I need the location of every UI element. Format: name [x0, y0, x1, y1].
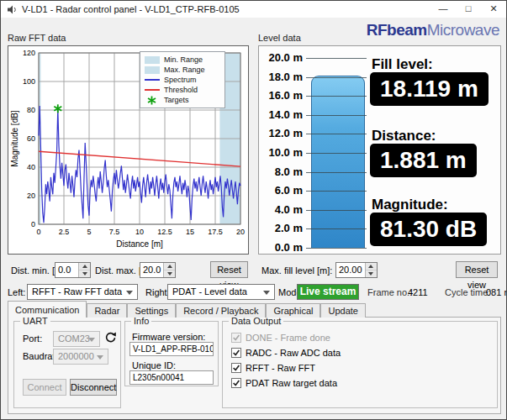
tab-record-playback[interactable]: Record / Playback: [176, 303, 266, 318]
gauge-tick-label: 16.0 m: [261, 89, 303, 102]
legend-item: Targets: [144, 95, 221, 105]
chart-legend: Min. RangeMax. RangeSpectrumThresholdTar…: [140, 51, 225, 108]
level-reset-view-button[interactable]: Reset view: [456, 261, 498, 278]
max-fill-stepper[interactable]: 20.00: [335, 262, 378, 278]
checkbox-icon[interactable]: [231, 348, 241, 358]
data-output-checkbox-row[interactable]: PDAT Raw target data: [231, 377, 337, 389]
legend-item: Threshold: [144, 85, 221, 95]
gauge-tick-line: [306, 77, 367, 78]
checkbox-label: DONE - Frame done: [246, 333, 330, 343]
dist-max-down[interactable]: [164, 270, 175, 277]
cycle-time-label: Cycle time:: [445, 287, 490, 297]
gauge-tick-line: [306, 58, 367, 59]
data-output-groupbox: Data Output DONE - Frame doneRADC - Raw …: [222, 321, 498, 408]
baudrate-combobox: 2000000: [53, 349, 108, 365]
svg-text:15: 15: [186, 228, 194, 236]
dist-max-value[interactable]: 20.0: [140, 263, 163, 277]
unique-id-label: Unique ID:: [132, 360, 176, 370]
legend-item: Max. Range: [144, 65, 221, 75]
disconnect-button[interactable]: Disconnect: [70, 379, 117, 396]
communication-tab-panel: UART Port: COM23 Baudrate: 2000000 Conne…: [8, 317, 501, 414]
dist-min-up[interactable]: [79, 263, 90, 270]
legend-item: Min. Range: [144, 55, 221, 65]
refresh-ports-icon[interactable]: [104, 331, 117, 344]
svg-text:12.5: 12.5: [157, 228, 172, 236]
svg-text:10: 10: [135, 228, 144, 236]
right-combo-label: Right:: [145, 287, 170, 297]
checkbox-icon[interactable]: [231, 363, 241, 373]
svg-text:0: 0: [36, 228, 40, 236]
svg-text:120: 120: [23, 49, 35, 57]
checkbox-label: RFFT - Raw FFT: [246, 363, 315, 373]
svg-text:Distance [m]: Distance [m]: [116, 239, 163, 249]
gauge-tick-line: [306, 96, 367, 97]
checkbox-label: RADC - Raw ADC data: [246, 348, 341, 358]
chevron-down-icon: [97, 355, 103, 360]
legend-label: Targets: [164, 96, 189, 104]
left-data-combobox[interactable]: RFFT - Raw FFT data: [27, 284, 138, 300]
svg-text:80: 80: [27, 106, 35, 114]
range-swatch-icon: [144, 66, 160, 74]
mode-status-badge: Live stream: [297, 284, 359, 300]
gauge-tick-label: 14.0 m: [261, 108, 303, 121]
tab-radar[interactable]: Radar: [87, 303, 127, 318]
cycle-time-value: 081 ms: [486, 287, 507, 297]
threshold-line-icon: [144, 89, 160, 91]
uart-groupbox: UART Port: COM23 Baudrate: 2000000 Conne…: [13, 321, 121, 408]
readout-value-box: 81.30 dB: [370, 213, 487, 246]
connect-button: Connect: [23, 379, 66, 396]
readout-value-box: 1.881 m: [370, 144, 477, 177]
checkbox-icon[interactable]: [231, 378, 241, 388]
app-speaker-icon: [7, 4, 18, 15]
fft-chart[interactable]: 02040608010012002.557.51012.51517.520Dis…: [8, 45, 249, 255]
chevron-down-icon: [126, 291, 133, 295]
max-fill-label: Max. fill level [m]:: [261, 265, 332, 276]
left-combo-label: Left:: [8, 287, 25, 297]
port-label: Port:: [23, 333, 42, 344]
rfbeam-logo: RFbeamMicrowave: [367, 21, 499, 39]
max-fill-up[interactable]: [366, 263, 377, 270]
gauge-tick-label: 0.0 m: [261, 241, 303, 254]
gauge-tick-line: [306, 191, 367, 192]
dist-max-up[interactable]: [164, 263, 175, 270]
port-combobox: COM23: [53, 331, 100, 347]
tab-strip: CommunicationRadarSettingsRecord / Playb…: [8, 301, 366, 318]
legend-item: Spectrum: [144, 75, 221, 85]
checkbox-label: PDAT Raw target data: [246, 378, 337, 388]
data-output-checkbox-row[interactable]: RFFT - Raw FFT: [231, 362, 315, 374]
max-fill-value[interactable]: 20.00: [336, 263, 365, 277]
firmware-version-field[interactable]: V-LD1_APP-RFB-0105: [129, 342, 214, 356]
data-output-checkbox-row[interactable]: RADC - Raw ADC data: [231, 347, 341, 359]
right-data-combobox[interactable]: PDAT - Level data: [167, 284, 275, 300]
svg-text:5: 5: [87, 228, 91, 236]
svg-text:Magnitude [dB]: Magnitude [dB]: [10, 110, 19, 166]
level-gauge: Fill level:18.119 mDistance:1.881 mMagni…: [258, 45, 501, 255]
tab-communication[interactable]: Communication: [8, 301, 87, 318]
level-group-label: Level data: [258, 33, 301, 43]
gauge-tick-label: 4.0 m: [261, 203, 303, 216]
dist-min-stepper[interactable]: 0.0: [55, 262, 91, 278]
gauge-tick-label: 10.0 m: [261, 146, 303, 159]
unique-id-field[interactable]: L2305n00041: [129, 370, 214, 385]
gauge-tick-line: [306, 172, 367, 173]
svg-text:100: 100: [23, 77, 35, 86]
readout-value-box: 18.119 m: [370, 72, 489, 106]
gauge-tick-label: 6.0 m: [261, 184, 303, 197]
close-button[interactable]: ✕: [481, 1, 506, 18]
dist-min-down[interactable]: [79, 270, 90, 277]
dist-max-stepper[interactable]: 20.0: [140, 262, 176, 278]
svg-text:0: 0: [31, 220, 35, 228]
info-groupbox: Info Firmware version: V-LD1_APP-RFB-010…: [124, 321, 219, 386]
fft-reset-view-button[interactable]: Reset view: [210, 261, 248, 278]
max-fill-down[interactable]: [366, 270, 377, 277]
gauge-tick-line: [306, 134, 367, 134]
gauge-tick-label: 8.0 m: [261, 165, 303, 178]
svg-text:60: 60: [27, 134, 35, 143]
tab-graphical[interactable]: Graphical: [266, 303, 320, 318]
maximize-button[interactable]: □: [456, 1, 481, 18]
gauge-tick-line: [306, 210, 367, 211]
dist-min-value[interactable]: 0.0: [55, 263, 78, 277]
tab-settings[interactable]: Settings: [127, 303, 176, 318]
minimize-button[interactable]: —: [430, 1, 456, 18]
tab-update[interactable]: Update: [320, 303, 365, 318]
